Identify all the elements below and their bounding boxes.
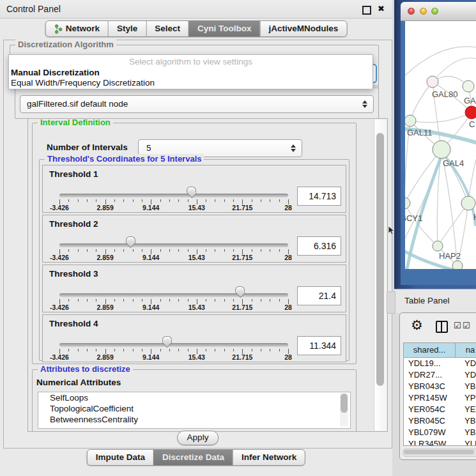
numerical-attributes-list[interactable]: SelfLoopsTopologicalCoefficientBetweenne… (38, 392, 351, 429)
table-row[interactable]: YDL19...YDL1 (404, 358, 476, 369)
network-node-hap2[interactable] (433, 241, 443, 251)
tick-mark (160, 299, 161, 302)
table-horizontal-scrollbar[interactable] (403, 449, 476, 457)
threshold-value-field[interactable]: 6.316 (297, 236, 341, 256)
checkbox-icon[interactable]: ☑ (454, 321, 461, 330)
slider-track[interactable] (59, 243, 288, 247)
tick-mark (123, 349, 124, 351)
tab-style[interactable]: Style (108, 21, 146, 36)
network-node-c[interactable] (465, 106, 476, 119)
close-traffic-light-icon[interactable] (408, 8, 415, 15)
minimize-traffic-light-icon[interactable] (420, 8, 427, 15)
gear-icon[interactable]: ⚙ (411, 318, 423, 333)
network-node-gal4[interactable] (433, 141, 450, 158)
group-title: Discretization Algorithm (15, 40, 116, 49)
tick-mark (160, 349, 161, 351)
slider-track[interactable] (59, 293, 288, 297)
threshold-value-field[interactable]: 14.713 (297, 187, 341, 206)
stepper-arrows-icon[interactable] (362, 100, 367, 108)
network-node-gcy1[interactable] (405, 197, 410, 209)
tick-label: 15.43 (188, 303, 205, 311)
table-row[interactable]: YER054CYER0 (404, 404, 476, 415)
columns-icon[interactable] (436, 321, 448, 333)
tick-label: 21.715 (232, 254, 252, 261)
column-header-shared-name[interactable]: shared... (404, 343, 456, 357)
tab-select[interactable]: Select (146, 21, 188, 36)
network-edge[interactable] (438, 203, 468, 246)
network-node[interactable] (452, 261, 463, 269)
scrollbar-thumb[interactable] (404, 450, 474, 454)
tab-impute-data[interactable]: Impute Data (88, 450, 153, 465)
threshold-value-field[interactable]: 21.4 (297, 286, 341, 305)
top-tab-bar: NetworkStyleSelectCyni ToolboxjActiveMNo… (45, 20, 348, 37)
threshold-label: Threshold 4 (49, 319, 98, 328)
threshold-value-field[interactable]: 11.344 (297, 336, 341, 355)
dropdown-option-manual-discretization[interactable]: Manual Discretization (9, 68, 372, 78)
slider-tick-labels: -3.4262.8599.14415.4321.71528 (59, 204, 288, 211)
tick-label: 21.715 (232, 303, 252, 311)
slider-thumb[interactable] (187, 187, 196, 198)
table-row[interactable]: YDR27...YDR2 (404, 369, 476, 381)
cell-shared-name: YDL19... (404, 358, 459, 369)
network-window-titlebar[interactable] (401, 2, 476, 21)
tab-jactivemnodules[interactable]: jActiveMNodules (260, 21, 347, 36)
network-edge[interactable] (405, 47, 476, 75)
tick-label: 2.859 (96, 303, 113, 311)
tick-mark (233, 299, 234, 302)
network-node-h[interactable] (461, 196, 475, 210)
slider-thumb[interactable] (126, 236, 135, 248)
table-row[interactable]: YBR043CYBR0 (404, 381, 476, 392)
tick-mark (178, 249, 179, 252)
tick-mark (142, 349, 142, 351)
dropdown-option-equal-width-frequency[interactable]: Equal Width/Frequency Discretization (9, 78, 372, 88)
checkbox-icon[interactable]: ☑ (463, 321, 470, 330)
network-canvas[interactable]: GAL80GACGAL11GAL4GCY1HHAP2 (405, 21, 476, 269)
tab-cyni-toolbox[interactable]: Cyni Toolbox (188, 21, 260, 36)
tick-mark (123, 249, 124, 252)
threshold-panel-threshold-4: Threshold 4-3.4262.8599.14415.4321.71528… (42, 314, 346, 362)
panel-splitter-handle[interactable] (387, 291, 395, 314)
network-node-gal11[interactable] (405, 115, 416, 127)
tick-mark (114, 199, 115, 202)
list-item-betweennesscentrality[interactable]: BetweennessCentrality (38, 414, 350, 425)
network-node-gal80[interactable] (427, 76, 438, 88)
scrollbar-thumb[interactable] (376, 133, 384, 386)
zoom-traffic-light-icon[interactable] (431, 8, 438, 15)
tab-infer-network[interactable]: Infer Network (233, 450, 305, 465)
list-item-topologicalcoefficient[interactable]: TopologicalCoefficient (38, 403, 350, 414)
table-row[interactable]: YBR045CYBR0 (404, 415, 476, 427)
network-edge[interactable] (405, 150, 441, 203)
table-row[interactable]: YPR145WYPR1 (404, 392, 476, 404)
node-label: HAP2 (439, 251, 461, 261)
group-title: Interval Definition (38, 118, 113, 127)
column-header-name[interactable]: na (456, 343, 476, 357)
list-item-selfloops[interactable]: SelfLoops (38, 392, 350, 403)
tick-mark (188, 299, 188, 302)
table-row[interactable]: YBL079WYBL0 (404, 427, 476, 438)
slider-thumb[interactable] (162, 336, 172, 348)
slider-track[interactable] (59, 343, 288, 347)
attributes-list-scrollbar[interactable] (340, 393, 348, 426)
slider-track[interactable] (59, 194, 288, 197)
tick-mark (78, 199, 79, 202)
tab-network[interactable]: Network (46, 21, 108, 36)
settings-vertical-scrollbar[interactable] (374, 119, 387, 431)
tick-mark (78, 349, 79, 351)
slider-thumb[interactable] (235, 286, 245, 298)
tick-label: 9.144 (142, 353, 159, 361)
tick-mark (133, 349, 134, 351)
tick-label: 2.859 (96, 204, 113, 211)
network-node-ga[interactable] (463, 81, 474, 92)
tick-mark (252, 199, 252, 202)
apply-button[interactable]: Apply (177, 431, 219, 445)
table-data-combobox[interactable]: galFiltered.sif default node (20, 95, 374, 113)
network-edge[interactable] (410, 112, 472, 123)
network-edge[interactable] (410, 82, 433, 121)
bottom-tab-row: Impute DataDiscretize DataInfer Network (0, 447, 392, 469)
tab-discretize-data[interactable]: Discretize Data (153, 450, 233, 465)
table-row[interactable]: YLR345WYLR3 (404, 438, 476, 446)
tick-mark (206, 249, 206, 252)
stepper-arrows-icon[interactable] (291, 144, 296, 152)
float-window-icon[interactable] (362, 6, 371, 15)
close-icon[interactable]: ✖ (378, 3, 385, 15)
